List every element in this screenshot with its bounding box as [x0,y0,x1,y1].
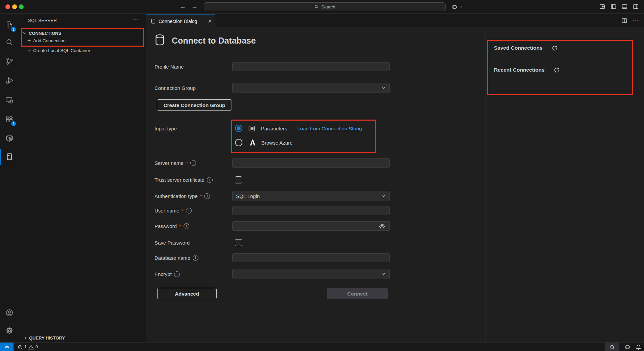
trust-server-certificate-checkbox[interactable] [235,176,242,183]
database-icon [154,33,166,47]
settings-button[interactable] [1,323,18,339]
sidebar-item-containers[interactable] [1,130,18,146]
server-name-input[interactable] [232,158,390,168]
sidebar-more-actions-button[interactable]: ⋯ [133,16,139,23]
browse-azure-option-label: Browse Azure [261,140,293,146]
sidebar-item-run-debug[interactable] [1,72,18,89]
window-zoom-button[interactable] [19,4,24,9]
info-icon[interactable]: i [184,223,189,229]
advanced-button[interactable]: Advanced [157,288,217,299]
parameters-form-icon [248,125,256,132]
save-password-label: Save Password [154,239,190,246]
connection-group-select[interactable] [232,83,390,93]
query-history-section-header[interactable]: QUERY HISTORY [19,334,146,342]
tree-item-create-local-sql-container[interactable]: + Create Local SQL Container [19,46,146,54]
user-name-input[interactable] [232,206,390,215]
profile-name-input[interactable] [232,62,390,71]
refresh-icon[interactable] [551,45,557,51]
save-password-checkbox[interactable] [235,239,242,246]
connections-header-label: CONNECTIONS [29,31,61,36]
chevron-down-icon [381,85,386,90]
chevron-down-icon [22,31,27,35]
authentication-type-value: SQL Login [236,193,260,199]
problems-status[interactable]: 1 0 [18,343,38,351]
navigate-back-button[interactable]: ← [180,3,186,11]
editor-more-actions-button[interactable]: ⋯ [633,17,639,24]
explorer-badge: 1 [11,27,16,32]
command-center-search[interactable]: Search [204,2,446,11]
refresh-icon[interactable] [553,67,559,73]
sidebar-item-extensions[interactable]: 1 [1,111,18,127]
errors-icon [18,345,23,350]
accounts-button[interactable] [1,305,18,321]
zoom-in-icon [610,344,615,350]
window-minimize-button[interactable] [12,4,17,9]
split-editor-button[interactable] [621,18,627,24]
load-from-connection-string-link[interactable]: Load from Connection String [297,126,362,131]
customize-layout-button[interactable] [599,3,605,10]
info-icon[interactable]: i [186,208,192,214]
tab-label: Connection Dialog [159,19,205,24]
password-input[interactable] [232,221,390,231]
extensions-badge: 1 [11,121,16,126]
sidebar-item-remote-explorer[interactable] [1,92,18,108]
toggle-panel-button[interactable] [621,3,628,10]
copilot-icon [451,3,458,10]
chevron-down-icon [381,272,386,276]
input-type-browse-azure-option: Browse Azure [235,139,293,146]
page-title: Connect to Database [172,36,256,46]
info-icon[interactable]: i [174,271,180,277]
password-label: Password* i [154,221,189,231]
query-history-divider [19,333,146,333]
encrypt-select[interactable] [232,269,390,279]
sidebar-item-search[interactable] [1,34,18,50]
user-name-label: User name* i [154,206,192,215]
warnings-icon [28,345,34,350]
sidebar-item-source-control[interactable] [1,53,18,69]
database-name-label: Database name i [154,253,198,262]
remote-indicator[interactable]: >< [0,343,14,351]
saved-connections-label: Saved Connections [494,45,543,51]
sidebar-item-explorer[interactable]: 1 [1,17,18,33]
close-icon[interactable]: × [208,19,212,24]
info-icon[interactable]: i [204,193,210,199]
notifications-bell-icon[interactable] [636,344,641,350]
radio-parameters[interactable] [235,125,242,132]
gear-icon [5,326,14,335]
authentication-type-label: Authentication type* i [154,191,210,201]
database-name-input[interactable] [232,253,390,262]
toggle-secondary-sidebar-button[interactable] [633,3,639,10]
zoom-status-button[interactable] [605,343,619,351]
navigate-forward-button[interactable]: → [191,3,198,11]
active-view-indicator [0,149,1,165]
toggle-primary-sidebar-button[interactable] [610,3,617,10]
authentication-type-select[interactable]: SQL Login [232,191,390,201]
parameters-option-label: Parameters [261,126,287,131]
azure-icon [248,139,256,147]
create-connection-group-button[interactable]: Create Connection Group [157,99,232,111]
toggle-password-visibility-icon[interactable] [378,223,386,230]
info-icon[interactable]: i [193,255,198,261]
plus-icon: + [26,37,32,44]
chevron-down-icon [381,194,386,198]
copilot-status-icon[interactable] [624,344,631,350]
run-debug-icon [5,76,14,85]
info-icon[interactable]: i [207,177,213,183]
info-icon[interactable]: i [190,160,196,166]
tab-connection-dialog[interactable]: Connection Dialog × [146,14,215,28]
warnings-count: 0 [35,345,38,349]
window-close-button[interactable] [5,4,10,9]
sidebar-title: SQL SERVER [28,18,57,23]
server-name-label: Server name* i [154,158,196,168]
connect-button[interactable]: Connect [327,288,388,299]
connection-dialog-webview: Connect to Database Profile Name Connect… [146,28,644,342]
remote-explorer-icon [5,96,14,104]
sidebar-item-sql-server[interactable] [1,149,18,165]
tree-item-add-connection[interactable]: + Add Connection [19,36,146,45]
profile-name-label: Profile Name [154,62,184,71]
connection-dialog-icon [150,18,156,24]
copilot-menu-button[interactable] [451,3,463,10]
radio-browse-azure[interactable] [235,139,242,146]
input-type-parameters-option: Parameters Load from Connection String [235,125,362,132]
connections-section-header[interactable]: CONNECTIONS [19,29,146,37]
